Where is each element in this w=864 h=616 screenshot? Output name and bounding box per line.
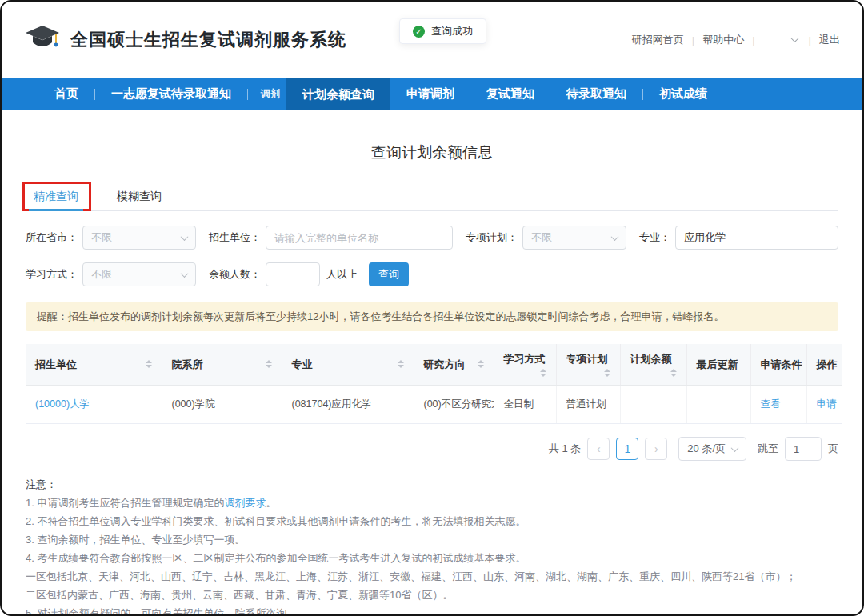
chevron-down-icon xyxy=(181,270,189,278)
pagination: 共 1 条 ‹ 1 › 20 条/页 跳至 页 xyxy=(26,437,838,461)
brand: 全国硕士生招生复试调剂服务系统 xyxy=(24,24,346,56)
tab-bar: 精准查询 模糊查询 xyxy=(26,184,838,211)
tiaoji-requirements-link[interactable]: 调剂要求 xyxy=(224,497,266,509)
topbar-links: 研招网首页 | 帮助中心 | | 退出 xyxy=(632,33,840,47)
sort-icon[interactable] xyxy=(478,360,484,368)
note-2: 2. 不符合招生单位调入专业学科门类要求、初试科目要求或其他调剂申请条件的考生，… xyxy=(26,512,838,530)
province-label: 所在省市： xyxy=(26,230,78,245)
sort-icon[interactable] xyxy=(540,369,546,377)
cell-major: (081704)应用化学 xyxy=(282,386,414,424)
page-title: 查询计划余额信息 xyxy=(26,142,838,163)
jump-unit-label: 页 xyxy=(828,442,838,456)
nav-item-pending-admission-notice[interactable]: 待录取通知 xyxy=(566,86,626,102)
tab-precise-query[interactable]: 精准查询 xyxy=(26,184,86,210)
sort-icon[interactable] xyxy=(670,369,677,377)
tab-precise-query-label: 精准查询 xyxy=(34,190,78,202)
page-size-select[interactable]: 20 条/页 xyxy=(678,437,746,461)
quota-label: 余额人数： xyxy=(209,267,261,282)
cell-department: (000)学院 xyxy=(162,386,282,424)
note-1: 1. 申请调剂考生应符合招生管理规定确定的调剂要求。 xyxy=(26,494,838,512)
nav-divider xyxy=(642,89,643,100)
apply-link[interactable]: 申请 xyxy=(806,386,842,424)
study-mode-label: 学习方式： xyxy=(26,267,78,282)
col-header-plan-quota[interactable]: 计划余额 xyxy=(620,344,686,386)
link-yanzhao-home[interactable]: 研招网首页 xyxy=(632,33,684,47)
chevron-down-icon xyxy=(611,233,619,241)
divider: | xyxy=(809,34,811,46)
cell-quota xyxy=(620,386,686,424)
note-3: 3. 查询余额时，招生单位、专业至少填写一项。 xyxy=(26,530,838,549)
cell-special-plan: 普通计划 xyxy=(556,386,620,424)
user-menu-chevron-down-icon[interactable] xyxy=(790,34,801,46)
unit-label: 招生单位： xyxy=(209,230,261,245)
province-select-value: 不限 xyxy=(91,230,112,245)
col-header-department[interactable]: 院系所 xyxy=(162,344,282,386)
nav-item-home[interactable]: 首页 xyxy=(54,86,78,102)
notes-section: 注意： 1. 申请调剂考生应符合招生管理规定确定的调剂要求。 2. 不符合招生单… xyxy=(26,475,838,616)
main-nav: 首页 一志愿复试待录取通知 调剂 计划余额查询 申请调剂 复试通知 待录取通知 … xyxy=(2,78,862,110)
divider: | xyxy=(752,34,754,46)
sort-icon[interactable] xyxy=(146,360,152,368)
app-window: 全国硕士生招生复试调剂服务系统 ✓ 查询成功 研招网首页 | 帮助中心 | | … xyxy=(0,0,864,616)
query-form-row-1: 所在省市： 不限 招生单位： 专项计划： 不限 专业： xyxy=(26,226,838,250)
divider: | xyxy=(692,34,694,46)
nav-group-label-tiaoji: 调剂 xyxy=(261,87,280,101)
cell-last-update xyxy=(686,386,750,424)
study-mode-select[interactable]: 不限 xyxy=(82,262,196,286)
special-plan-select[interactable]: 不限 xyxy=(522,226,626,250)
jump-to-label: 跳至 xyxy=(758,442,778,456)
major-label: 专业： xyxy=(639,230,670,245)
toast-message: 查询成功 xyxy=(431,24,473,38)
col-header-major[interactable]: 专业 xyxy=(282,344,414,386)
col-header-direction[interactable]: 研究方向 xyxy=(414,344,494,386)
notice-banner: 提醒：招生单位发布的调剂计划余额每次更新后将至少持续12小时，请各位考生结合各招… xyxy=(26,302,838,331)
jump-page-input[interactable] xyxy=(785,437,822,461)
pagination-total: 共 1 条 xyxy=(549,442,581,456)
next-page-button[interactable]: › xyxy=(645,438,667,460)
col-header-last-update: 最后更新 xyxy=(686,344,750,386)
nav-divider xyxy=(94,89,95,100)
note-4-zone1: 一区包括北京、天津、河北、山西、辽宁、吉林、黑龙江、上海、江苏、浙江、安徽、福建… xyxy=(26,567,838,586)
sort-icon[interactable] xyxy=(398,360,404,368)
result-table: 招生单位 院系所 专业 研究方向 学习方式 专项计划 计划余额 最后更新 申请条… xyxy=(26,344,842,424)
table-header-row: 招生单位 院系所 专业 研究方向 学习方式 专项计划 计划余额 最后更新 申请条… xyxy=(26,344,842,386)
sort-icon[interactable] xyxy=(604,369,610,377)
province-select[interactable]: 不限 xyxy=(82,226,196,250)
notes-title: 注意： xyxy=(26,475,838,494)
success-toast: ✓ 查询成功 xyxy=(399,18,486,44)
quota-input[interactable] xyxy=(266,262,320,286)
chevron-left-icon: ‹ xyxy=(597,442,601,455)
success-check-icon: ✓ xyxy=(413,26,425,38)
col-header-study-mode[interactable]: 学习方式 xyxy=(494,344,556,386)
unit-input[interactable] xyxy=(266,226,453,250)
col-header-special-plan[interactable]: 专项计划 xyxy=(556,344,620,386)
page-size-value: 20 条/页 xyxy=(687,442,726,456)
nav-item-first-choice-pending-notice[interactable]: 一志愿复试待录取通知 xyxy=(111,86,231,102)
cell-unit-link[interactable]: (10000)大学 xyxy=(26,386,162,424)
link-logout[interactable]: 退出 xyxy=(819,33,840,47)
nav-item-initial-exam-scores[interactable]: 初试成绩 xyxy=(659,86,707,102)
study-mode-select-value: 不限 xyxy=(91,267,112,282)
main-content: 查询计划余额信息 精准查询 模糊查询 所在省市： 不限 招生单位： 专项计划： … xyxy=(2,142,862,616)
query-form-row-2: 学习方式： 不限 余额人数： 人以上 查询 xyxy=(26,262,838,286)
graduation-cap-icon xyxy=(24,24,61,56)
page-number-button[interactable]: 1 xyxy=(616,438,638,460)
nav-item-plan-balance-query[interactable]: 计划余额查询 xyxy=(286,78,390,110)
col-header-unit[interactable]: 招生单位 xyxy=(26,344,162,386)
major-input[interactable] xyxy=(675,226,838,250)
col-header-actions: 操作 xyxy=(806,344,842,386)
special-plan-label: 专项计划： xyxy=(466,230,518,245)
view-condition-link[interactable]: 查看 xyxy=(750,386,806,424)
cell-study-mode: 全日制 xyxy=(494,386,556,424)
tab-fuzzy-query[interactable]: 模糊查询 xyxy=(109,184,170,210)
nav-item-apply-tiaoji[interactable]: 申请调剂 xyxy=(406,86,454,102)
note-5: 5. 对计划余额有疑问的，可向有关招生单位、院系所咨询。 xyxy=(26,604,838,616)
special-plan-select-value: 不限 xyxy=(531,230,552,245)
nav-divider xyxy=(247,89,248,100)
nav-item-retest-notice[interactable]: 复试通知 xyxy=(486,86,534,102)
search-button[interactable]: 查询 xyxy=(369,262,409,286)
prev-page-button[interactable]: ‹ xyxy=(587,438,610,460)
sort-icon[interactable] xyxy=(266,360,272,368)
header: 全国硕士生招生复试调剂服务系统 ✓ 查询成功 研招网首页 | 帮助中心 | | … xyxy=(2,2,862,78)
link-help-center[interactable]: 帮助中心 xyxy=(702,33,744,47)
